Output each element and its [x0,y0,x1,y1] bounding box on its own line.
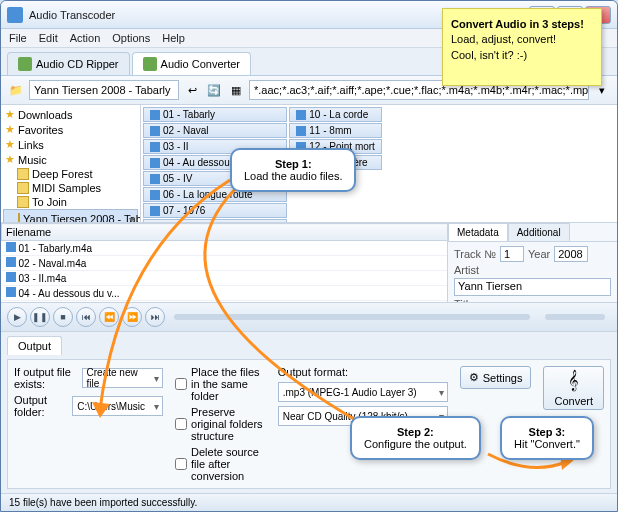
menu-help[interactable]: Help [162,32,185,44]
callout-step1: Step 1:Load the audio files. [230,148,356,192]
exists-dropdown[interactable]: Create new file [82,368,163,388]
track-label: Track № [454,248,496,260]
up-folder-icon[interactable]: ↩ [183,81,201,99]
tree-item[interactable]: Yann Tiersen 2008 - Tabarly [3,209,138,222]
file-item[interactable]: 02 - Naval [143,123,287,138]
next-button[interactable]: ⏭ [145,307,165,327]
tree-item[interactable]: MIDI Samples [3,181,138,195]
play-button[interactable]: ▶ [7,307,27,327]
track-field[interactable]: 1 [500,246,524,262]
path-dropdown[interactable]: Yann Tiersen 2008 - Tabarly [29,80,179,100]
menu-file[interactable]: File [9,32,27,44]
same-folder-checkbox[interactable]: Place the files in the same folder [175,366,266,402]
status-bar: 15 file(s) have been imported successful… [1,493,617,511]
tab-cd-ripper[interactable]: Audio CD Ripper [7,52,130,75]
tree-item[interactable]: ★Music [3,152,138,167]
folder-dropdown[interactable]: C:\Users\Music [72,396,163,416]
sticky-note: Convert Audio in 3 steps! Load, adjust, … [442,8,602,86]
tab-metadata[interactable]: Metadata [448,223,508,241]
delete-checkbox[interactable]: Delete source file after conversion [175,446,266,482]
year-field[interactable]: 2008 [554,246,588,262]
file-item[interactable]: 08 - Yello [143,219,287,222]
settings-button[interactable]: ⚙Settings [460,366,532,389]
refresh-icon[interactable]: 🔄 [205,81,223,99]
folder-tree[interactable]: ★Downloads★Favorites★Links★MusicDeep For… [1,105,141,222]
column-header[interactable]: Filename [2,224,448,241]
table-row[interactable]: 03 - II.m4a3Yann TiersenIITabarly2008Cla… [2,271,448,286]
menu-edit[interactable]: Edit [39,32,58,44]
artist-label: Artist [454,264,611,276]
tree-item[interactable]: Deep Forest [3,167,138,181]
menu-options[interactable]: Options [112,32,150,44]
folder-label: Output folder: [14,394,66,418]
folder-icon[interactable]: 📁 [7,81,25,99]
tree-item[interactable]: To Join [3,195,138,209]
file-item[interactable]: 01 - Tabarly [143,107,287,122]
app-icon [7,7,23,23]
format-dropdown[interactable]: .mp3 (MPEG-1 Audio Layer 3) [278,382,448,402]
tree-item[interactable]: ★Links [3,137,138,152]
callout-step2: Step 2:Configure the output. [350,416,481,460]
file-item[interactable]: 11 - 8mm [289,123,382,138]
exists-label: If output file exists: [14,366,76,390]
artist-field[interactable]: Yann Tiersen [454,278,611,296]
player-bar: ▶ ❚❚ ■ ⏮ ⏪ ⏩ ⏭ [1,303,617,332]
gear-icon: ⚙ [469,371,479,384]
table-row[interactable]: 04 - Au dessous du v...4Yann TiersenAu-D… [2,286,448,301]
volume-slider[interactable] [545,314,605,320]
callout-step3: Step 3:Hit "Convert." [500,416,594,460]
output-tab[interactable]: Output [7,336,62,355]
cd-icon [18,57,32,71]
year-label: Year [528,248,550,260]
table-row[interactable]: 01 - Tabarly.m4a1Yann TiersenTabarlyTaba… [2,241,448,256]
tree-item[interactable]: ★Downloads [3,107,138,122]
convert-button[interactable]: 𝄞Convert [543,366,604,410]
view-icon[interactable]: ▦ [227,81,245,99]
metadata-panel: Metadata Additional Track №1Year2008 Art… [447,223,617,302]
tab-audio-converter[interactable]: Audio Converter [132,52,252,75]
treble-clef-icon: 𝄞 [568,370,579,391]
rewind-button[interactable]: ⏪ [99,307,119,327]
stop-button[interactable]: ■ [53,307,73,327]
format-label: Output format: [278,366,448,378]
table-row[interactable]: 02 - Naval.m4a2Yann TiersenNavalTabarly2… [2,256,448,271]
progress-slider[interactable] [174,314,530,320]
preserve-checkbox[interactable]: Preserve original folders structure [175,406,266,442]
tab-additional[interactable]: Additional [508,223,570,241]
table-row[interactable]: 05 - IV.m4a5Yann TiersenIVTabarly2008Cla… [2,301,448,303]
menu-action[interactable]: Action [70,32,101,44]
file-item[interactable]: 10 - La corde [289,107,382,122]
pause-button[interactable]: ❚❚ [30,307,50,327]
converter-icon [143,57,157,71]
file-list[interactable]: 01 - Tabarly02 - Naval03 - II04 - Au des… [141,105,617,222]
prev-button[interactable]: ⏮ [76,307,96,327]
forward-button[interactable]: ⏩ [122,307,142,327]
track-grid[interactable]: Filename#ArtistTitleAlbumYearGenreCompos… [1,223,447,302]
tree-item[interactable]: ★Favorites [3,122,138,137]
file-item[interactable]: 07 - 1976 [143,203,287,218]
